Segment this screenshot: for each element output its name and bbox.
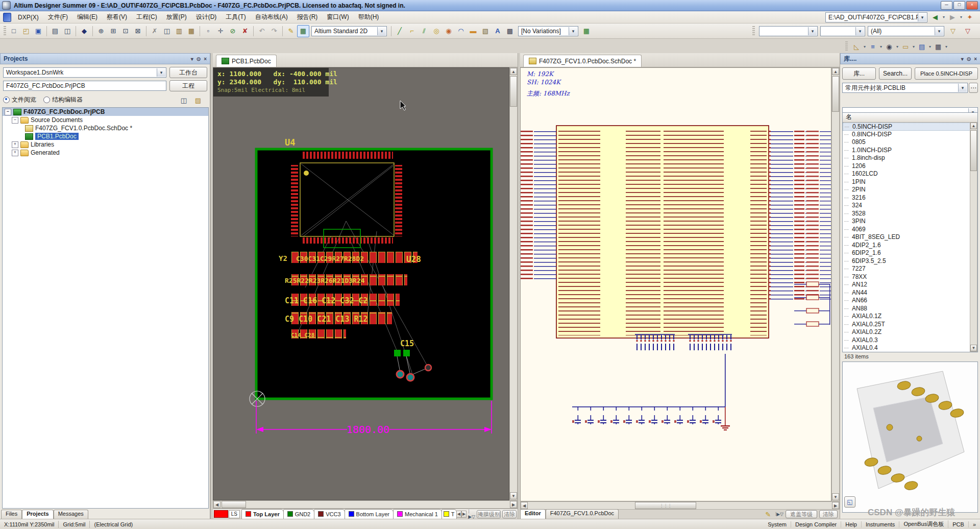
library-item[interactable]: AXIAL0.25T xyxy=(843,321,977,329)
collapse-icon[interactable]: − xyxy=(12,117,18,124)
tree-row-generated[interactable]: + Generated xyxy=(3,149,208,157)
library-item[interactable]: 0805 xyxy=(843,138,977,147)
library-item[interactable]: AXIAL0.2Z xyxy=(843,328,977,336)
component-list-scrollbar[interactable]: ▲ ▼ xyxy=(970,122,977,352)
library-item[interactable]: 2PIN xyxy=(843,186,977,194)
panel-toggle-help[interactable]: Help xyxy=(841,521,862,527)
panel-toggle-more[interactable]: » xyxy=(969,521,980,527)
deselect-icon[interactable]: ⊘ xyxy=(227,25,239,37)
route-icon[interactable]: ╱ xyxy=(394,25,406,37)
library-item[interactable]: AXIAL0.3 xyxy=(843,336,977,345)
smart-paste-icon[interactable]: ▦ xyxy=(185,25,198,37)
schematic-horizontal-scrollbar[interactable]: ◀ ⋮⋮⋮ ▶ xyxy=(520,501,840,510)
library-item[interactable]: 1.8inch-disp xyxy=(843,154,977,162)
chevron-down-icon[interactable]: ▾ xyxy=(569,27,577,35)
tree-row-schdoc[interactable]: F407ZG_FCV1.0.PcbDoc.SchDoc * xyxy=(3,124,208,132)
toolbar-grip[interactable] xyxy=(752,26,755,36)
find-similar-icon[interactable]: ◉ xyxy=(883,40,895,53)
document-path-combo[interactable]: E:\AD_OUT\F407ZG_FC\PCB1.Pc▾ xyxy=(825,12,927,22)
scroll-right-icon[interactable]: ▶ xyxy=(510,501,517,508)
menu-place[interactable]: 放置(P) xyxy=(162,11,191,23)
library-item[interactable]: AN12 xyxy=(843,281,977,289)
tree-row-pcbdoc[interactable]: PCB1.PcbDoc xyxy=(3,132,208,140)
library-item[interactable]: AN44 xyxy=(843,289,977,297)
layer-tab-vcc3[interactable]: VCC3 xyxy=(314,509,345,519)
menu-view[interactable]: 察看(V) xyxy=(102,11,132,23)
pin-icon[interactable]: ⊙ xyxy=(967,56,971,62)
layer-tab-top[interactable]: Top Layer xyxy=(241,509,284,519)
schematic-document-tab[interactable]: F407ZG_FCV1.0.PcbDoc.SchDoc * xyxy=(523,55,642,67)
layer-scroll-left-icon[interactable]: ◀ xyxy=(456,511,461,518)
place-fill-icon[interactable]: ▬ xyxy=(467,25,479,37)
place-via-icon[interactable]: ◎ xyxy=(430,25,443,37)
back-button[interactable]: ◀ xyxy=(929,11,941,23)
scroll-left-icon[interactable]: ◀ xyxy=(521,502,528,509)
chevron-down-icon[interactable]: ▾ xyxy=(935,27,943,35)
undo-icon[interactable]: ↶ xyxy=(256,25,268,37)
library-item[interactable]: AXIAL0.1Z xyxy=(843,312,977,321)
chevron-down-icon[interactable]: ▾ xyxy=(157,68,165,77)
scroll-down-icon[interactable]: ▼ xyxy=(510,492,517,499)
mask-level-button[interactable]: 掩膜级别 xyxy=(477,510,501,518)
library-item[interactable]: 6DIP3.5_2.5 xyxy=(843,257,977,266)
pcb-horizontal-scrollbar[interactable]: ◀ ▶ xyxy=(213,500,518,509)
preview-3d-mode-icon[interactable]: ◱ xyxy=(844,496,855,508)
library-item[interactable]: 4BIT_8SEG_LED xyxy=(843,233,977,242)
schematic-clear-button[interactable]: 清除 xyxy=(819,510,838,518)
forward-button[interactable]: ▶ xyxy=(946,11,959,23)
explorer-icon[interactable]: ▨ xyxy=(192,94,204,106)
diff-route-icon[interactable]: ⫽ xyxy=(418,25,430,37)
apply-filter-icon[interactable]: ▽ xyxy=(947,25,959,37)
library-item[interactable]: 3216 xyxy=(843,194,977,202)
pcb-canvas[interactable]: U4 Y2 C30C31C29R27R28D2 U28 R25R22R23R26… xyxy=(213,67,509,500)
close-icon[interactable]: × xyxy=(204,56,207,62)
libraries-button[interactable]: 库... xyxy=(842,67,876,80)
cross-probe-icon[interactable]: ✦ xyxy=(964,11,976,23)
chevron-down-icon[interactable]: ▾ xyxy=(958,84,967,92)
project-field[interactable]: F407ZG_FC.PcbDoc.PrjPCB xyxy=(3,81,166,91)
tab-editor[interactable]: Editor xyxy=(520,509,546,519)
expand-icon[interactable]: + xyxy=(12,141,18,148)
layer-scroll-right-icon[interactable]: ▶ xyxy=(461,511,467,518)
menu-edit[interactable]: 编辑(E) xyxy=(72,11,102,23)
measure-icon[interactable]: ◺ xyxy=(850,40,863,53)
library-item[interactable]: 1PIN xyxy=(843,178,977,186)
menu-project[interactable]: 工程(C) xyxy=(132,11,162,23)
menu-file[interactable]: 文件(F) xyxy=(43,11,72,23)
library-item[interactable]: 1.0INCH-DISP xyxy=(843,147,977,155)
project-button[interactable]: 工程 xyxy=(169,80,207,91)
place-polygon-icon[interactable]: ▧ xyxy=(479,25,492,37)
place-string-icon[interactable]: A xyxy=(492,25,504,37)
smart-route-icon[interactable]: ⌐ xyxy=(406,25,418,37)
scroll-up-icon[interactable]: ▲ xyxy=(832,68,839,75)
scroll-up-icon[interactable]: ▲ xyxy=(970,123,977,129)
scrollbar-thumb[interactable]: ⋮⋮⋮ xyxy=(635,502,696,509)
schematic-canvas[interactable]: M: 192K SH: 1024K 主频: 168MHz xyxy=(520,67,831,501)
scrollbar-thumb[interactable] xyxy=(222,501,246,508)
library-item[interactable]: 1206 xyxy=(843,162,977,171)
toolbar-grip[interactable] xyxy=(845,41,848,52)
board-insight-icon[interactable]: ▦ xyxy=(297,25,309,37)
ruler-icon[interactable]: ▭ xyxy=(899,40,912,53)
library-item[interactable]: 4DIP2_1.6 xyxy=(843,242,977,250)
chevron-down-icon[interactable]: ▾ xyxy=(961,56,964,62)
close-button[interactable]: × xyxy=(966,1,978,10)
panel-toggle-design-compiler[interactable]: Design Compiler xyxy=(791,521,841,527)
clear-filter-funnel-icon[interactable]: ▽ xyxy=(962,25,974,37)
mask-filter-icon[interactable]: ⁞▶▽ xyxy=(468,509,475,519)
library-item[interactable]: 6DIP2_1.6 xyxy=(843,249,977,257)
tree-row-libraries[interactable]: + Libraries xyxy=(3,140,208,149)
tab-projects[interactable]: Projects xyxy=(22,510,53,519)
expand-icon[interactable]: + xyxy=(12,150,18,156)
annotate-pen-icon[interactable]: ✎ xyxy=(763,510,773,519)
chip-icon[interactable]: ▦ xyxy=(580,25,593,37)
layer-set-button[interactable]: LS xyxy=(229,510,240,518)
menu-window[interactable]: 窗口(W) xyxy=(322,11,353,23)
layer-tab-mechanical1[interactable]: Mechanical 1 xyxy=(393,509,442,519)
open-icon[interactable]: ◰ xyxy=(20,25,32,37)
scroll-up-icon[interactable]: ▲ xyxy=(510,68,517,75)
file-view-radio[interactable] xyxy=(3,97,10,103)
print-icon[interactable]: ▤ xyxy=(49,25,61,37)
new-document-icon[interactable]: □ xyxy=(8,25,20,37)
scroll-down-icon[interactable]: ▼ xyxy=(832,493,839,500)
